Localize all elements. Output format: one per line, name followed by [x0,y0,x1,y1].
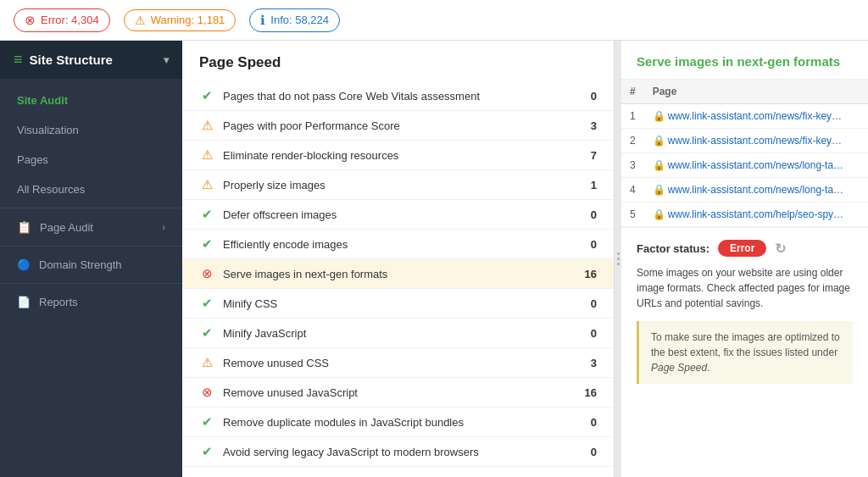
audit-count: 1 [580,179,597,191]
factor-status-text: Factor status: [637,242,709,255]
audit-row[interactable]: ✔ Pages that do not pass Core Web Vitals… [182,81,614,111]
sidebar-header[interactable]: ≡ Site Structure ▾ [0,41,182,79]
lock-icon: 🔒 [653,184,665,196]
audit-label: Defer offscreen images [223,208,571,221]
factor-desc: Some images on your website are using ol… [637,265,853,311]
page-audit-chevron-icon: › [162,222,165,232]
row-url[interactable]: 🔒www.link-assistant.com/help/seo-spy… [644,202,868,227]
sidebar-nav: Site Audit Visualization Pages All Resou… [0,79,182,324]
row-num: 1 [621,104,644,129]
audit-row[interactable]: ✔ Avoid serving legacy JavaScript to mod… [182,437,614,467]
table-row[interactable]: 4 🔒www.link-assistant.com/news/long-ta… [621,178,868,202]
audit-row[interactable]: ⚠ Eliminate render-blocking resources 7 [182,141,614,170]
row-num: 3 [621,153,644,178]
sidebar-item-site-audit-label: Site Audit [17,94,68,107]
splitter-handle [617,252,620,265]
sidebar-item-visualization-label: Visualization [17,124,79,136]
sidebar-dropdown-icon: ▾ [164,54,169,66]
audit-row[interactable]: ⊗ Serve images in next-gen formats 16 [182,259,614,289]
audit-label: Remove unused CSS [223,357,571,369]
audit-label: Pages that do not pass Core Web Vitals a… [223,90,571,103]
table-row[interactable]: 5 🔒www.link-assistant.com/help/seo-spy… [621,202,868,227]
sidebar-item-pages-label: Pages [17,153,48,166]
audit-label: Avoid serving legacy JavaScript to moder… [223,446,571,458]
row-url[interactable]: 🔒www.link-assistant.com/news/fix-key… [644,104,868,129]
check-icon: ✔ [199,207,214,222]
error-label: Error: 4,304 [41,14,99,26]
check-icon: ✔ [199,88,214,103]
sidebar-title: Site Structure [30,53,113,67]
info-label: Info: 58,224 [270,14,329,26]
lock-icon: 🔒 [653,159,665,171]
audit-row[interactable]: ⚠ Pages with poor Performance Score 3 [182,111,614,141]
refresh-icon[interactable]: ↻ [775,241,786,257]
table-row[interactable]: 3 🔒www.link-assistant.com/news/long-ta… [621,153,868,178]
page-speed-title: Page Speed [182,54,614,81]
audit-label: Properly size images [223,179,571,191]
tip-text: To make sure the images are optimized to… [651,331,840,374]
detail-panel: Serve images in next-gen formats # Page … [621,41,868,477]
sidebar-divider-2 [0,246,182,247]
audit-label: Remove unused JavaScript [223,386,571,399]
table-row[interactable]: 1 🔒www.link-assistant.com/news/fix-key… [621,104,868,129]
sidebar-item-page-audit-label: Page Audit [40,221,153,234]
col-num: # [621,80,644,104]
info-icon: ℹ [260,13,265,28]
error-icon: ⊗ [199,266,214,281]
col-page: Page [644,80,868,104]
sidebar-item-page-audit[interactable]: 📋 Page Audit › [0,212,182,242]
audit-count: 0 [580,416,597,429]
audit-label: Eliminate render-blocking resources [223,149,571,162]
sidebar-item-visualization[interactable]: Visualization [0,115,182,145]
audit-label: Serve images in next-gen formats [223,268,571,280]
audit-row[interactable]: ⚠ Remove unused CSS 3 [182,348,614,378]
detail-title: Serve images in next-gen formats [621,41,868,80]
info-badge[interactable]: ℹ Info: 58,224 [249,8,340,32]
warn-icon: ⚠ [199,118,214,133]
content-area: Page Speed ✔ Pages that do not pass Core… [182,41,868,477]
sidebar-item-all-resources[interactable]: All Resources [0,175,182,204]
page-audit-icon: 📋 [17,220,31,234]
audit-count: 7 [580,149,597,162]
row-num: 2 [621,129,644,153]
audit-label: Minify CSS [223,297,571,310]
audit-count: 0 [580,208,597,221]
audit-label: Remove duplicate modules in JavaScript b… [223,416,571,429]
warning-icon: ⚠ [135,14,146,27]
sidebar-item-reports[interactable]: 📄 Reports [0,287,182,317]
row-url[interactable]: 🔒www.link-assistant.com/news/long-ta… [644,178,868,202]
check-icon: ✔ [199,236,214,252]
row-url[interactable]: 🔒www.link-assistant.com/news/fix-key… [644,129,868,153]
factor-status-section: Factor status: Error ↻ Some images on yo… [621,227,868,396]
error-badge[interactable]: ⊗ Error: 4,304 [14,8,110,32]
audit-row[interactable]: ✔ Remove duplicate modules in JavaScript… [182,408,614,437]
page-speed-panel: Page Speed ✔ Pages that do not pass Core… [182,41,615,477]
sidebar-item-pages[interactable]: Pages [0,145,182,175]
table-row[interactable]: 2 🔒www.link-assistant.com/news/fix-key… [621,129,868,153]
audit-row[interactable]: ✔ Minify CSS 0 [182,289,614,319]
status-pill: Error [718,240,766,257]
lock-icon: 🔒 [653,208,665,220]
audit-count: 3 [580,357,597,369]
audit-row[interactable]: ✔ Efficiently encode images 0 [182,230,614,259]
sidebar-item-domain-strength-label: Domain Strength [39,258,122,271]
warning-label: Warning: 1,181 [151,14,225,26]
audit-row[interactable]: ⚠ Properly size images 1 [182,170,614,200]
header: ⊗ Error: 4,304 ⚠ Warning: 1,181 ℹ Info: … [0,0,868,41]
check-icon: ✔ [199,296,214,311]
sidebar-item-site-audit[interactable]: Site Audit [0,86,182,115]
warn-icon: ⚠ [199,355,214,370]
domain-strength-icon: 🔵 [17,258,31,271]
audit-row[interactable]: ✔ Defer offscreen images 0 [182,200,614,230]
error-icon: ⊗ [199,385,214,400]
audit-label: Pages with poor Performance Score [223,119,571,132]
audit-row[interactable]: ✔ Minify JavaScript 0 [182,319,614,348]
sidebar-item-domain-strength[interactable]: 🔵 Domain Strength [0,250,182,280]
sidebar-divider-3 [0,283,182,284]
audit-row[interactable]: ⊗ Remove unused JavaScript 16 [182,378,614,408]
panel-splitter[interactable] [615,41,621,477]
row-url[interactable]: 🔒www.link-assistant.com/news/long-ta… [644,153,868,178]
sidebar: ≡ Site Structure ▾ Site Audit Visualizat… [0,41,182,477]
warn-icon: ⚠ [199,177,214,192]
warning-badge[interactable]: ⚠ Warning: 1,181 [124,9,236,31]
